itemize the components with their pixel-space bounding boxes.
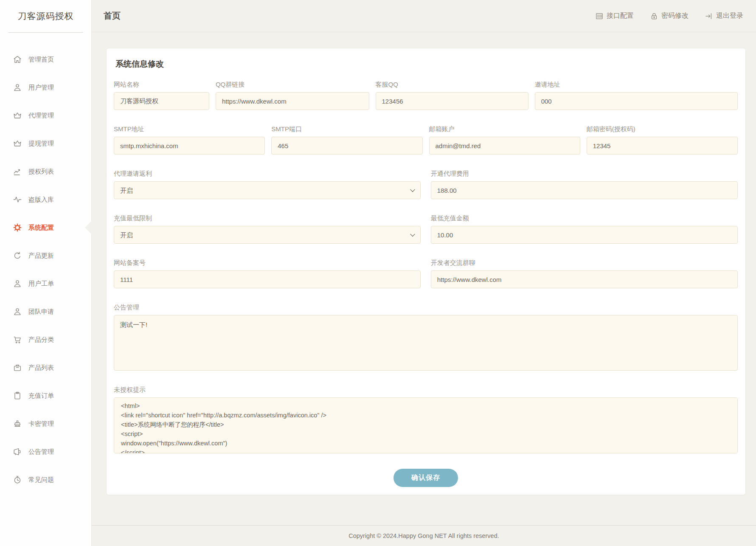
- sidebar-item-user-tickets[interactable]: 用户工单: [0, 270, 91, 298]
- form-row-1: 网站名称 QQ群链接 客服QQ 邀请地址: [114, 81, 738, 110]
- min-recharge-amount-input[interactable]: [431, 226, 738, 244]
- announcement-field: 公告管理 测试一下!: [114, 304, 738, 371]
- unauthorized-notice-field: 未授权提示 <html> <link rel="shortcut icon" h…: [114, 386, 738, 453]
- crown-icon: [13, 111, 22, 120]
- agent-open-fee-label: 开通代理费用: [431, 170, 738, 178]
- logout-label: 退出登录: [716, 11, 743, 20]
- sidebar-item-label: 常见问题: [28, 476, 54, 484]
- sidebar-item-label: 盗版入库: [28, 196, 54, 204]
- agent-invite-rebate-field: 代理邀请返利 开启: [114, 170, 421, 199]
- form-row-3: 代理邀请返利 开启 开通代理费用: [114, 170, 738, 199]
- smtp-port-label: SMTP端口: [271, 125, 422, 133]
- app-root: 刀客源码授权 管理首页 用户管理 代理管理 提现管理 授权列表: [0, 0, 756, 546]
- sidebar-item-system-config[interactable]: 系统配置: [0, 214, 91, 242]
- logout-icon: [705, 12, 713, 20]
- smtp-address-input[interactable]: [114, 137, 265, 155]
- developer-chat-label: 开发者交流群聊: [431, 259, 738, 267]
- developer-chat-input[interactable]: [431, 270, 738, 288]
- gear-icon: [13, 223, 22, 232]
- trend-chart-icon: [13, 167, 22, 176]
- sidebar-nav: 管理首页 用户管理 代理管理 提现管理 授权列表 盗版入库: [0, 33, 91, 494]
- sidebar-item-label: 系统配置: [28, 224, 54, 232]
- pulse-icon: [13, 195, 22, 204]
- recharge-min-limit-label: 充值最低限制: [114, 214, 421, 222]
- site-name-input[interactable]: [114, 92, 209, 110]
- sidebar-item-team-application[interactable]: 团队申请: [0, 298, 91, 326]
- form-row-5: 网站备案号 开发者交流群聊: [114, 259, 738, 288]
- developer-chat-field: 开发者交流群聊: [431, 259, 738, 288]
- service-qq-label: 客服QQ: [376, 81, 528, 89]
- recharge-min-limit-select[interactable]: 开启: [114, 226, 421, 244]
- announcement-textarea[interactable]: 测试一下!: [114, 315, 738, 371]
- brush-icon: [13, 419, 22, 428]
- save-row: 确认保存: [114, 469, 738, 487]
- email-account-input[interactable]: [429, 137, 580, 155]
- change-password-label: 密码修改: [661, 11, 689, 20]
- user-icon: [13, 307, 22, 316]
- qq-group-link-input[interactable]: [216, 92, 369, 110]
- smtp-port-input[interactable]: [271, 137, 422, 155]
- sidebar-item-faq[interactable]: 常见问题: [0, 466, 91, 494]
- sidebar-item-label: 用户工单: [28, 280, 54, 288]
- announcement-label: 公告管理: [114, 304, 738, 312]
- sidebar-item-user-management[interactable]: 用户管理: [0, 73, 91, 101]
- sidebar-item-product-update[interactable]: 产品更新: [0, 242, 91, 270]
- site-icp-field: 网站备案号: [114, 259, 421, 288]
- sidebar-item-label: 管理首页: [28, 56, 54, 64]
- site-icp-label: 网站备案号: [114, 259, 421, 267]
- sidebar-item-label: 公告管理: [28, 448, 54, 456]
- email-password-input[interactable]: [587, 137, 738, 155]
- page-footer: Copyright © 2024.Happy Gong NET All righ…: [92, 525, 756, 546]
- site-name-label: 网站名称: [114, 81, 209, 89]
- sidebar-item-authorization-list[interactable]: 授权列表: [0, 158, 91, 186]
- agent-open-fee-field: 开通代理费用: [431, 170, 738, 199]
- api-config-link[interactable]: 接口配置: [595, 11, 634, 20]
- sidebar-item-product-list[interactable]: 产品列表: [0, 354, 91, 382]
- email-account-label: 邮箱账户: [429, 125, 580, 133]
- sidebar-item-product-category[interactable]: 产品分类: [0, 326, 91, 354]
- sidebar-item-label: 卡密管理: [28, 420, 54, 428]
- header-links: 接口配置 密码修改 退出登录: [595, 11, 743, 20]
- sidebar-item-admin-home[interactable]: 管理首页: [0, 45, 91, 73]
- user-icon: [13, 279, 22, 288]
- sidebar-item-agent-management[interactable]: 代理管理: [0, 101, 91, 129]
- sidebar-item-announcement-management[interactable]: 公告管理: [0, 438, 91, 466]
- smtp-port-field: SMTP端口: [271, 125, 422, 155]
- agent-invite-rebate-select[interactable]: 开启: [114, 181, 421, 199]
- smtp-address-label: SMTP地址: [114, 125, 265, 133]
- email-password-label: 邮箱密码(授权码): [587, 125, 738, 133]
- min-recharge-amount-field: 最低充值金额: [431, 214, 738, 244]
- service-qq-input[interactable]: [376, 92, 528, 110]
- stopwatch-icon: [13, 475, 22, 484]
- form-row-2: SMTP地址 SMTP端口 邮箱账户 邮箱密码(授权码): [114, 125, 738, 155]
- page-title: 首页: [104, 10, 121, 22]
- invite-address-input[interactable]: [535, 92, 738, 110]
- unauthorized-notice-row: 未授权提示 <html> <link rel="shortcut icon" h…: [114, 386, 738, 453]
- sidebar-item-recharge-orders[interactable]: 充值订单: [0, 382, 91, 410]
- crown-icon: [13, 139, 22, 148]
- sidebar-item-label: 代理管理: [28, 112, 54, 120]
- confirm-save-button[interactable]: 确认保存: [393, 469, 458, 487]
- sidebar-item-label: 产品分类: [28, 336, 54, 344]
- change-password-link[interactable]: 密码修改: [650, 11, 689, 20]
- form-title: 系统信息修改: [115, 59, 738, 70]
- unauthorized-notice-textarea[interactable]: <html> <link rel="shortcut icon" href="h…: [114, 397, 738, 453]
- main-column: 首页 接口配置 密码修改 退出登录 系统信息修改: [92, 0, 756, 546]
- service-qq-field: 客服QQ: [376, 81, 528, 110]
- sidebar-item-piracy-storage[interactable]: 盗版入库: [0, 186, 91, 214]
- qq-group-link-label: QQ群链接: [216, 81, 369, 89]
- sidebar-item-label: 授权列表: [28, 168, 54, 176]
- site-icp-input[interactable]: [114, 270, 421, 288]
- api-config-icon: [595, 12, 604, 20]
- api-config-label: 接口配置: [607, 11, 634, 20]
- logout-link[interactable]: 退出登录: [705, 11, 743, 20]
- sidebar-item-label: 产品更新: [28, 252, 54, 260]
- min-recharge-amount-label: 最低充值金额: [431, 214, 738, 222]
- unauthorized-notice-label: 未授权提示: [114, 386, 738, 394]
- qq-group-link-field: QQ群链接: [216, 81, 369, 110]
- sidebar-item-withdraw-management[interactable]: 提现管理: [0, 129, 91, 158]
- agent-open-fee-input[interactable]: [431, 181, 738, 199]
- top-header: 首页 接口配置 密码修改 退出登录: [92, 0, 756, 32]
- sidebar-item-card-key-management[interactable]: 卡密管理: [0, 410, 91, 438]
- copyright-text: Copyright © 2024.Happy Gong NET All righ…: [348, 532, 499, 539]
